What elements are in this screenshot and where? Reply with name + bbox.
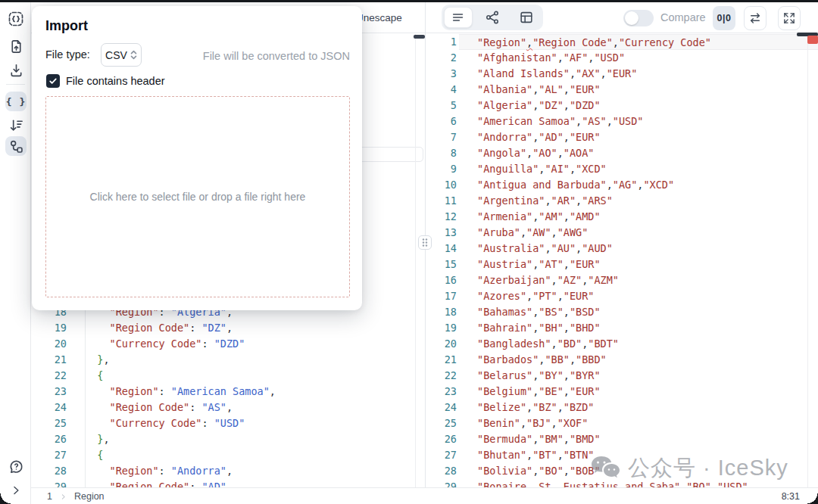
editor-line[interactable]: 9"Anguilla","AI","XCD"	[426, 161, 818, 177]
line-number[interactable]: 3	[426, 66, 459, 82]
line-content[interactable]: "Belarus","BY","BYR"	[459, 368, 818, 384]
editor-line[interactable]: 5"Algeria","DZ","DZD"	[426, 98, 818, 114]
line-number[interactable]: 26	[31, 431, 85, 447]
line-content[interactable]: "Austria","AT","EUR"	[459, 257, 818, 272]
line-content[interactable]: "Albania","AL","EUR"	[459, 82, 818, 98]
line-content[interactable]: "Angola","AO","AOA"	[459, 145, 818, 161]
line-number[interactable]: 18	[426, 304, 459, 320]
line-content[interactable]: "Belize","BZ","BZD"	[459, 400, 818, 415]
breadcrumb[interactable]: 1 Region	[47, 488, 105, 504]
editor-line[interactable]: 23 "Region": "American Samoa",	[31, 384, 425, 400]
line-number[interactable]: 9	[426, 161, 459, 177]
line-content[interactable]: "Currency Code": "DZD"	[85, 336, 425, 352]
fullscreen-button[interactable]	[778, 6, 801, 30]
editor-line[interactable]: 10"Antigua and Barbuda","AG","XCD"	[426, 177, 818, 193]
editor-line[interactable]: 27 {	[31, 447, 425, 463]
line-number[interactable]: 28	[426, 463, 459, 479]
line-content[interactable]: "Azores","PT","EUR"	[459, 288, 818, 304]
editor-line[interactable]: 25 "Currency Code": "USD"	[31, 415, 425, 431]
header-checkbox[interactable]	[46, 74, 60, 88]
line-content[interactable]: "American Samoa","AS","USD"	[459, 114, 818, 129]
left-editor-scroll-thumb[interactable]	[414, 35, 425, 39]
editor-line[interactable]: 2"Afghanistan","AF","USD"	[426, 50, 818, 66]
editor-line[interactable]: 1"Region","Region Code","Currency Code"	[426, 34, 818, 50]
right-editor[interactable]: 1"Region","Region Code","Currency Code"2…	[426, 34, 818, 487]
editor-line[interactable]: 18"Bahamas","BS","BSD"	[426, 304, 818, 320]
line-content[interactable]: "Bahrain","BH","BHD"	[459, 320, 818, 336]
line-number[interactable]: 4	[426, 82, 459, 98]
line-content[interactable]: "Azerbaijan","AZ","AZM"	[459, 272, 818, 288]
diff-mode-button[interactable]: 0|0	[713, 6, 735, 30]
line-number[interactable]: 22	[31, 368, 85, 384]
line-number[interactable]: 29	[426, 479, 459, 487]
line-number[interactable]: 20	[426, 336, 459, 352]
line-content[interactable]: "Armenia","AM","AMD"	[459, 209, 818, 225]
line-number[interactable]: 27	[31, 447, 85, 463]
line-number[interactable]: 7	[426, 129, 459, 145]
line-number[interactable]: 11	[426, 193, 459, 209]
line-number[interactable]: 21	[426, 352, 459, 368]
editor-line[interactable]: 16"Azerbaijan","AZ","AZM"	[426, 272, 818, 288]
line-content[interactable]: "Region","Region Code","Currency Code"	[459, 34, 818, 50]
editor-line[interactable]: 7"Andorra","AD","EUR"	[426, 129, 818, 145]
editor-line[interactable]: 25"Benin","BJ","XOF"	[426, 415, 818, 431]
line-content[interactable]: "Barbados","BB","BBD"	[459, 352, 818, 368]
line-content[interactable]: {	[85, 368, 425, 384]
line-number[interactable]: 19	[31, 320, 85, 336]
file-dropzone[interactable]: Click here to select file or drop a file…	[45, 96, 350, 297]
braces-view-icon[interactable]: { }	[5, 92, 27, 111]
line-number[interactable]: 5	[426, 98, 459, 114]
editor-line[interactable]: 22 {	[31, 368, 425, 384]
line-content[interactable]: },	[85, 431, 425, 447]
editor-line[interactable]: 26"Bermuda","BM","BMD"	[426, 431, 818, 447]
line-number[interactable]: 1	[426, 34, 459, 50]
line-content[interactable]: "Afghanistan","AF","USD"	[459, 50, 818, 66]
line-number[interactable]: 19	[426, 320, 459, 336]
line-content[interactable]: "Andorra","AD","EUR"	[459, 129, 818, 145]
swap-panels-button[interactable]	[744, 6, 766, 30]
transform-icon[interactable]	[5, 136, 27, 156]
editor-line[interactable]: 19"Bahrain","BH","BHD"	[426, 320, 818, 336]
line-content[interactable]: "Benin","BJ","XOF"	[459, 415, 818, 431]
editor-line[interactable]: 20"Bangladesh","BD","BDT"	[426, 336, 818, 352]
line-content[interactable]: "Region": "Andorra",	[85, 463, 425, 479]
editor-line[interactable]: 21"Barbados","BB","BBD"	[426, 352, 818, 368]
line-number[interactable]: 20	[31, 336, 85, 352]
import-file-icon[interactable]	[5, 36, 27, 56]
line-number[interactable]: 29	[31, 479, 85, 487]
line-number[interactable]: 24	[31, 400, 85, 415]
line-content[interactable]: "Australia","AU","AUD"	[459, 241, 818, 257]
graph-view-button[interactable]	[478, 7, 507, 28]
editor-line[interactable]: 11"Argentina","AR","ARS"	[426, 193, 818, 209]
line-content[interactable]: "Belgium","BE","EUR"	[459, 384, 818, 400]
line-number[interactable]: 21	[31, 352, 85, 368]
line-content[interactable]: {	[85, 447, 425, 463]
editor-line[interactable]: 15"Austria","AT","EUR"	[426, 257, 818, 272]
line-number[interactable]: 10	[426, 177, 459, 193]
editor-line[interactable]: 21 },	[31, 352, 425, 368]
download-icon[interactable]	[5, 60, 27, 79]
line-number[interactable]: 23	[426, 384, 459, 400]
line-content[interactable]: "Region": "American Samoa",	[85, 384, 425, 400]
line-content[interactable]: "Bahamas","BS","BSD"	[459, 304, 818, 320]
line-content[interactable]: },	[85, 352, 425, 368]
panel-resize-grip[interactable]	[418, 235, 432, 250]
left-editor[interactable]: 18 "Region": "Algeria",19 "Region Code":…	[31, 304, 425, 487]
line-content[interactable]: "Aruba","AW","AWG"	[459, 225, 818, 241]
line-content[interactable]: "Bermuda","BM","BMD"	[459, 431, 818, 447]
editor-line[interactable]: 26 },	[31, 431, 425, 447]
line-content[interactable]: "Region Code": "DZ",	[85, 320, 425, 336]
editor-line[interactable]: 19 "Region Code": "DZ",	[31, 320, 425, 336]
app-logo-icon[interactable]	[5, 9, 27, 29]
line-content[interactable]: "Antigua and Barbuda","AG","XCD"	[459, 177, 818, 193]
line-content[interactable]: "Aland Islands","AX","EUR"	[459, 66, 818, 82]
line-number[interactable]: 22	[426, 368, 459, 384]
line-number[interactable]: 23	[31, 384, 85, 400]
editor-line[interactable]: 4"Albania","AL","EUR"	[426, 82, 818, 98]
help-icon[interactable]	[5, 456, 27, 476]
editor-line[interactable]: 29 "Region Code": "AD",	[31, 479, 425, 487]
line-number[interactable]: 26	[426, 431, 459, 447]
line-number[interactable]: 16	[426, 272, 459, 288]
editor-line[interactable]: 28 "Region": "Andorra",	[31, 463, 425, 479]
editor-line[interactable]: 20 "Currency Code": "DZD"	[31, 336, 425, 352]
